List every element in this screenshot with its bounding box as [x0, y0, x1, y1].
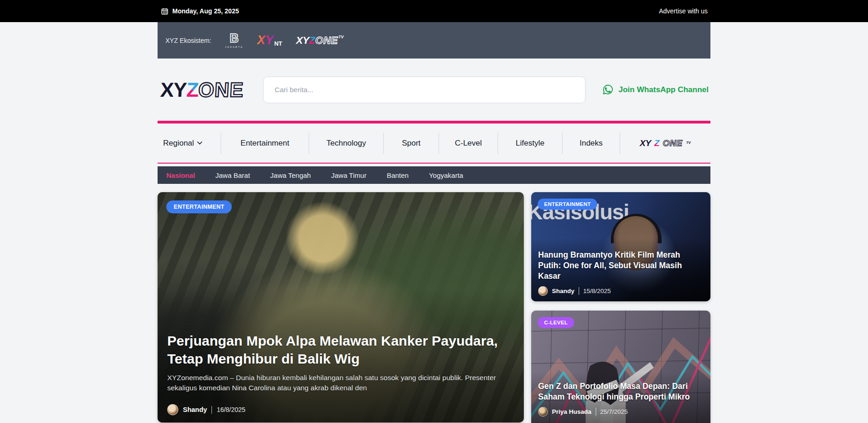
tv-logo-one: ONE: [315, 35, 338, 46]
logo-one: ONE: [198, 78, 244, 101]
subnav-item-yogyakarta[interactable]: Yogyakarta: [429, 171, 463, 179]
subnav-item-jawa-timur[interactable]: Jawa Timur: [331, 171, 367, 179]
nav-label: Sport: [402, 139, 421, 148]
region-subnav: Nasional Jawa Barat Jawa Tengah Jawa Tim…: [158, 166, 710, 184]
category-badge-entertainment[interactable]: ENTERTAINMENT: [538, 199, 597, 210]
nav-label: Entertainment: [240, 139, 289, 148]
featured-title[interactable]: Perjuangan Mpok Alpa Melawan Kanker Payu…: [167, 332, 508, 368]
author-name: Shandy: [552, 288, 575, 294]
nav-item-c-level[interactable]: C-Level: [439, 133, 498, 154]
nav-label: Indeks: [580, 139, 603, 148]
ibj-subtext: JAKARTA: [225, 46, 244, 48]
xyzone-tv-logo[interactable]: XY Z ONE TV: [296, 35, 344, 46]
side-column: Kasisolusi ENTERTAINMENT Hanung Bramanty…: [531, 192, 710, 423]
logo-z: Z: [186, 78, 199, 101]
xynt-xy: XY: [257, 34, 274, 47]
side-article-2-content: Gen Z dan Portofolio Masa Depan: Dari Sa…: [531, 381, 710, 422]
author-row: Shandy 15/8/2025: [538, 286, 704, 296]
side-article-1[interactable]: Kasisolusi ENTERTAINMENT Hanung Bramanty…: [531, 192, 710, 301]
main-nav: Regional Entertainment Technology Sport …: [158, 123, 710, 163]
tv-logo-one: ONE: [663, 139, 683, 147]
date-display: Monday, Aug 25, 2025: [158, 7, 239, 15]
nav-label: Lifestyle: [516, 139, 544, 148]
article-date: 16/8/2025: [217, 406, 245, 413]
author-row: Priya Husada 25/7/2025: [538, 407, 704, 417]
author-date-divider: [211, 406, 212, 414]
featured-content: Perjuangan Mpok Alpa Melawan Kanker Payu…: [158, 332, 524, 423]
subnav-item-nasional[interactable]: Nasional: [166, 171, 195, 179]
main-content: ENTERTAINMENT Perjuangan Mpok Alpa Melaw…: [158, 192, 710, 423]
author-row: Shandy 16/8/2025: [167, 404, 514, 415]
nav-label: C-Level: [455, 139, 482, 148]
article-date: 25/7/2025: [600, 408, 628, 415]
tv-logo-xy: XY: [640, 139, 651, 147]
whatsapp-label: Join WhatsApp Channel: [619, 85, 709, 94]
nav-item-lifestyle[interactable]: Lifestyle: [498, 133, 562, 154]
article-date: 15/8/2025: [583, 288, 611, 294]
advertise-link[interactable]: Advertise with us: [659, 7, 710, 15]
whatsapp-channel-link[interactable]: Join WhatsApp Channel: [602, 83, 711, 96]
ibj-jakarta-logo[interactable]: B JAKARTA: [225, 32, 244, 48]
nav-item-sport[interactable]: Sport: [383, 133, 439, 154]
ecosystem-strip: XYZ Ekosistem: B JAKARTA XY NT XY Z ONE …: [158, 22, 710, 59]
tv-logo-tv: TV: [339, 35, 344, 39]
nav-item-regional[interactable]: Regional: [158, 133, 221, 154]
author-avatar: [538, 286, 548, 296]
calendar-icon: [161, 8, 168, 15]
xynt-logo[interactable]: XY NT: [257, 34, 282, 47]
whatsapp-icon: [602, 83, 614, 96]
nav-item-technology[interactable]: Technology: [309, 133, 383, 154]
category-badge-c-level[interactable]: C-LEVEL: [538, 317, 574, 328]
topbar: Monday, Aug 25, 2025 Advertise with us: [0, 0, 868, 22]
side-article-title[interactable]: Hanung Bramantyo Kritik Film Merah Putih…: [538, 250, 704, 282]
nav-label: Technology: [326, 139, 366, 148]
author-avatar: [167, 404, 178, 415]
subnav-item-banten[interactable]: Banten: [387, 171, 409, 179]
tv-logo-z: Z: [654, 139, 660, 147]
side-article-1-content: Hanung Bramantyo Kritik Film Merah Putih…: [531, 250, 710, 301]
logo-xy: XY: [160, 78, 187, 101]
nav-item-xyzone-tv[interactable]: XYZONETV: [620, 133, 710, 154]
chevron-down-icon: [197, 141, 202, 145]
nav-item-indeks[interactable]: Indeks: [562, 133, 620, 154]
featured-article[interactable]: ENTERTAINMENT Perjuangan Mpok Alpa Melaw…: [158, 192, 524, 423]
author-avatar: [538, 407, 548, 417]
author-date-divider: [579, 287, 579, 295]
author-date-divider: [596, 408, 596, 416]
search-input[interactable]: [263, 76, 586, 103]
page-body: XYZ Ekosistem: B JAKARTA XY NT XY Z ONE …: [0, 22, 868, 423]
ibj-letter: B: [230, 32, 239, 45]
side-article-title[interactable]: Gen Z dan Portofolio Masa Depan: Dari Sa…: [538, 381, 704, 402]
ecosystem-label: XYZ Ekosistem:: [165, 37, 211, 44]
tv-logo-z: Z: [309, 35, 315, 46]
tv-logo-tv: TV: [686, 141, 691, 145]
site-header: XYZONE Join WhatsApp Channel: [158, 59, 710, 121]
xynt-nt: NT: [274, 41, 282, 47]
nav-divider-line: [158, 163, 710, 164]
subnav-item-jawa-barat[interactable]: Jawa Barat: [216, 171, 250, 179]
author-name: Shandy: [183, 406, 207, 413]
date-text: Monday, Aug 25, 2025: [172, 7, 239, 15]
category-badge-entertainment[interactable]: ENTERTAINMENT: [166, 200, 232, 213]
tv-logo-xy: XY: [296, 35, 309, 46]
site-logo[interactable]: XYZONE: [157, 80, 244, 100]
nav-item-entertainment[interactable]: Entertainment: [221, 133, 309, 154]
author-name: Priya Husada: [552, 408, 592, 415]
nav-label: Regional: [163, 139, 194, 148]
featured-excerpt: XYZonemedia.com – Dunia hiburan kembali …: [167, 373, 514, 393]
subnav-item-jawa-tengah[interactable]: Jawa Tengah: [270, 171, 311, 179]
side-article-2[interactable]: C-LEVEL Gen Z dan Portofolio Masa Depan:…: [531, 311, 710, 423]
